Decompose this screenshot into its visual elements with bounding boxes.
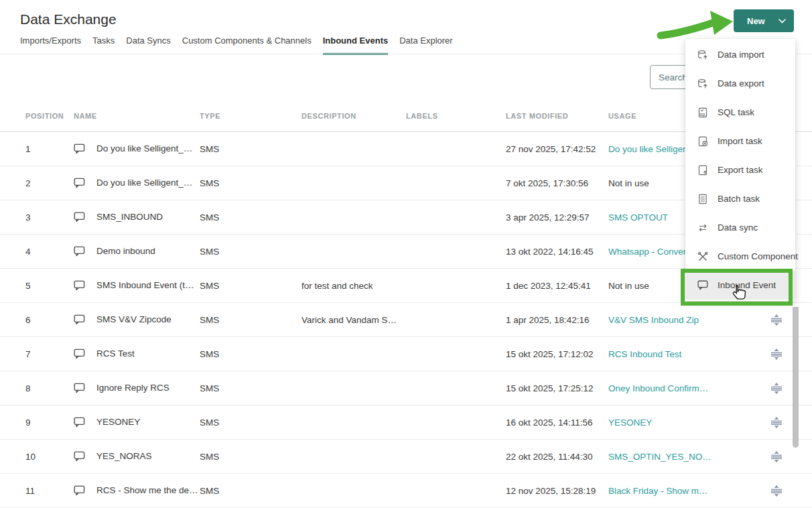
drag-handle-icon[interactable] (769, 348, 784, 360)
usage-cell[interactable]: YESONEY (608, 418, 769, 428)
row-handle-cell (769, 383, 812, 394)
chat-bubble-icon (74, 314, 85, 324)
description-cell: Varick and Vandam S… (301, 315, 406, 325)
table-row[interactable]: 10 YES_NORAS SMS 22 okt 2025, 11:44:30 S… (0, 440, 812, 474)
name-cell: SMS_INBOUND (74, 212, 200, 222)
row-handle-cell (769, 485, 812, 497)
data-export-icon (697, 78, 708, 89)
tab-data-explorer[interactable]: Data Explorer (399, 36, 452, 55)
name-cell: SMS V&V Zipcode (74, 314, 200, 324)
usage-cell[interactable]: V&V SMS Inbound Zip (608, 315, 769, 325)
menu-item-inbound-event[interactable]: Inbound Event (685, 271, 795, 300)
menu-item-sql-task[interactable]: SQLSQL task (685, 98, 795, 127)
menu-item-export-task[interactable]: Export task (685, 155, 795, 184)
name-cell: RCS Test (74, 348, 200, 359)
row-handle-cell (769, 451, 812, 462)
position-cell: 10 (25, 452, 74, 462)
column-header-type: TYPE (200, 112, 301, 120)
usage-cell[interactable]: SMS_OPTIN_YES_NO… (608, 452, 769, 462)
table-row[interactable]: 7 RCS Test SMS 15 okt 2025, 17:12:02 RCS… (0, 337, 812, 371)
last-modified-cell: 1 dec 2023, 12:45:41 (506, 281, 608, 291)
drag-handle-icon[interactable] (769, 451, 784, 462)
menu-item-import-task[interactable]: Import task (685, 127, 795, 155)
chat-bubble-icon (74, 178, 85, 188)
name-cell: SMS Inbound Event (t… (74, 280, 200, 290)
usage-cell[interactable]: Oney Inbound Confirm… (608, 383, 769, 393)
name-label: Do you like Selligent_… (96, 178, 192, 188)
batch-task-icon (697, 194, 708, 204)
chat-bubble-icon (74, 212, 85, 222)
chevron-down-icon[interactable] (779, 19, 786, 23)
chat-bubble-icon (74, 143, 85, 153)
new-dropdown-menu: Data importData exportSQLSQL taskImport … (685, 39, 795, 301)
menu-item-data-import[interactable]: Data import (685, 40, 795, 69)
row-handle-cell (769, 417, 812, 428)
tab-tasks[interactable]: Tasks (92, 36, 115, 55)
custom-component-icon (697, 251, 708, 262)
column-header-last-modified: LAST MODIFIED (506, 112, 608, 120)
last-modified-cell: 13 okt 2022, 14:16:45 (506, 247, 608, 257)
menu-item-label: Inbound Event (718, 280, 776, 290)
name-label: YES_NORAS (96, 451, 152, 461)
last-modified-cell: 1 apr 2025, 18:42:16 (506, 315, 608, 325)
menu-item-data-export[interactable]: Data export (685, 69, 795, 98)
new-button[interactable]: New (734, 9, 794, 32)
last-modified-cell: 12 nov 2025, 15:28:19 (506, 486, 608, 496)
name-label: SMS V&V Zipcode (96, 314, 172, 324)
menu-item-label: Data import (718, 50, 764, 60)
last-modified-cell: 15 okt 2025, 17:12:02 (506, 349, 608, 359)
name-label: Do you like Selligent_… (96, 143, 192, 153)
drag-handle-icon[interactable] (769, 485, 784, 497)
name-cell: Demo inbound (74, 246, 200, 256)
position-cell: 11 (25, 486, 74, 496)
tab-bar: Imports/ExportsTasksData SyncsCustom Com… (20, 36, 453, 55)
type-cell: SMS (200, 383, 301, 393)
table-row[interactable]: 8 Ignore Reply RCS SMS 15 okt 2025, 17:2… (0, 371, 812, 405)
column-header-description: DESCRIPTION (301, 112, 406, 120)
last-modified-cell: 3 apr 2025, 12:29:57 (506, 212, 608, 223)
type-cell: SMS (200, 247, 301, 257)
drag-handle-icon[interactable] (769, 383, 784, 394)
drag-handle-icon[interactable] (769, 417, 784, 428)
description-cell: for test and check (301, 281, 406, 291)
type-cell: SMS (200, 418, 301, 428)
tab-imports-exports[interactable]: Imports/Exports (20, 36, 81, 55)
menu-item-batch-task[interactable]: Batch task (685, 184, 795, 213)
name-label: YESONEY (96, 417, 140, 427)
data-sync-icon (697, 223, 708, 233)
import-task-icon (697, 136, 708, 147)
usage-cell[interactable]: Black Friday - Show m… (608, 486, 769, 496)
chat-bubble-icon (74, 348, 85, 359)
last-modified-cell: 7 okt 2025, 17:30:56 (506, 178, 608, 188)
chat-bubble-icon (74, 280, 85, 290)
tab-inbound-events[interactable]: Inbound Events (323, 36, 389, 55)
tab-data-syncs[interactable]: Data Syncs (126, 36, 170, 55)
type-cell: SMS (200, 349, 301, 359)
menu-item-label: Import task (718, 136, 762, 146)
table-row[interactable]: 11 RCS - Show me the de… SMS 12 nov 2025… (0, 474, 812, 508)
menu-item-label: Custom Component (718, 251, 798, 261)
type-cell: SMS (200, 315, 301, 325)
position-cell: 6 (25, 315, 74, 325)
drag-handle-icon[interactable] (769, 314, 784, 326)
scrollbar-thumb[interactable] (793, 307, 799, 448)
type-cell: SMS (200, 178, 301, 188)
column-header-name: NAME (74, 112, 200, 120)
menu-item-data-sync[interactable]: Data sync (685, 213, 795, 242)
type-cell: SMS (200, 486, 301, 496)
name-cell: YESONEY (74, 417, 200, 427)
table-row[interactable]: 9 YESONEY SMS 16 okt 2025, 14:11:56 YESO… (0, 405, 812, 440)
name-label: SMS_INBOUND (96, 212, 163, 222)
table-row[interactable]: 6 SMS V&V Zipcode SMS Varick and Vandam … (0, 303, 812, 337)
type-cell: SMS (200, 212, 301, 223)
chat-bubble-icon (697, 280, 708, 290)
menu-item-label: SQL task (718, 107, 754, 117)
name-label: RCS - Show me the de… (96, 485, 198, 495)
tab-custom-components-channels[interactable]: Custom Components & Channels (182, 36, 312, 55)
name-cell: Do you like Selligent_… (74, 143, 200, 153)
position-cell: 2 (25, 178, 74, 188)
usage-cell[interactable]: RCS Inbound Test (608, 349, 769, 359)
svg-text:SQL: SQL (699, 113, 706, 116)
menu-item-custom-component[interactable]: Custom Component (685, 242, 795, 271)
new-button-label: New (747, 16, 765, 26)
